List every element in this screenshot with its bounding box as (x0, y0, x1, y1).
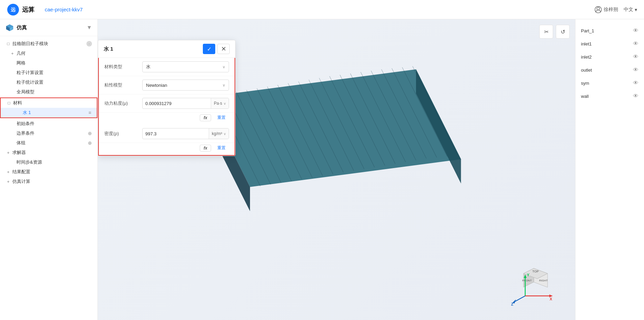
sidebar-item-particle-calc[interactable]: 粒子计算设置 (0, 68, 97, 78)
layer-item-wall[interactable]: wall 👁 (575, 90, 644, 102)
expand-icon[interactable]: □ (6, 100, 12, 106)
eye-icon[interactable]: 👁 (633, 54, 638, 60)
material-panel: 水 1 ✓ ✕ 材料类型 水 ∨ (98, 40, 236, 156)
viscosity-model-value[interactable]: Newtonian ∨ (142, 80, 229, 91)
add-boundary-icon[interactable]: ⊕ (88, 131, 92, 136)
close-button[interactable]: ✕ (217, 44, 230, 54)
topbar: 远 远算 cae-project-kkv7 徐梓朔 中文 ▾ (0, 0, 644, 19)
sidebar-item-material[interactable]: □ 材料 (1, 98, 97, 108)
item-menu-icon[interactable]: ≡ (89, 110, 91, 115)
density-input-group[interactable]: kg/m³ ∨ (142, 128, 229, 139)
sidebar-collapse-button[interactable]: ▼ (86, 24, 92, 31)
sidebar-item-label: 体组 (17, 140, 88, 146)
dynamic-viscosity-unit[interactable]: Pa·s ∨ (211, 98, 229, 109)
project-name[interactable]: cae-project-kkv7 (45, 7, 83, 12)
sidebar-header: 仿真 ▼ (0, 19, 97, 36)
right-panel: Part_1 👁 inlet1 👁 inlet2 👁 outlet 👁 sym … (575, 19, 644, 320)
undo-button[interactable]: ↺ (556, 25, 570, 39)
dynamic-viscosity-label: 动力粘度(μ) (104, 100, 142, 106)
svg-text:远: 远 (11, 7, 16, 12)
eye-icon[interactable]: 👁 (633, 67, 638, 73)
layer-label: Part_1 (581, 28, 594, 33)
expand-icon[interactable]: ＋ (10, 51, 15, 56)
topbar-right: 徐梓朔 中文 ▾ (595, 6, 637, 13)
axis-svg: TOP FRONT RIGHT Y Z X (510, 261, 554, 306)
language-selector[interactable]: 中文 ▾ (624, 7, 637, 13)
sidebar-title-row: 仿真 (6, 23, 27, 32)
unit-text: kg/m³ (212, 131, 222, 136)
user-icon (595, 6, 602, 13)
sidebar-item-label: 材料 (13, 100, 91, 106)
eye-icon[interactable]: 👁 (633, 28, 638, 34)
svg-text:Y: Y (527, 273, 530, 277)
unit-chevron-icon: ∨ (224, 102, 226, 105)
user-info[interactable]: 徐梓朔 (595, 6, 618, 13)
svg-text:Z: Z (511, 302, 513, 306)
sidebar-item-initial-cond[interactable]: 初始条件 (0, 119, 97, 128)
sidebar-item-label: 全局模型 (17, 89, 92, 95)
density-value[interactable]: kg/m³ ∨ (142, 128, 229, 139)
sidebar-item-label: 拉格朗日粒子模块 (12, 41, 84, 47)
layer-item-inlet2[interactable]: inlet2 👁 (575, 51, 644, 63)
expand-icon (10, 60, 15, 66)
expand-icon[interactable]: ＋ (6, 179, 11, 184)
layer-item-outlet[interactable]: outlet 👁 (575, 64, 644, 76)
sidebar: 仿真 ▼ □ 拉格朗日粒子模块 · ＋ 几何 网格 (0, 19, 98, 320)
svg-text:X: X (550, 297, 552, 301)
confirm-button[interactable]: ✓ (203, 44, 215, 54)
confirm-icon: ✓ (207, 46, 211, 52)
expand-icon (10, 131, 15, 136)
dynamic-viscosity-row: 动力粘度(μ) Pa·s ∨ (99, 94, 235, 113)
sidebar-item-mesh[interactable]: 网格 (0, 58, 97, 68)
sidebar-item-label: 初始条件 (17, 121, 92, 127)
layer-item-part1[interactable]: Part_1 👁 (575, 25, 644, 37)
expand-icon[interactable]: ＋ (6, 150, 11, 155)
layer-item-sym[interactable]: sym 👁 (575, 77, 644, 89)
language-label: 中文 (624, 7, 633, 13)
density-input[interactable] (143, 131, 209, 136)
eye-icon[interactable]: 👁 (633, 80, 638, 86)
density-unit[interactable]: kg/m³ ∨ (209, 128, 229, 139)
sidebar-item-body-group[interactable]: 体组 ⊕ (0, 138, 97, 148)
expand-icon[interactable]: □ (6, 41, 11, 47)
dynamic-viscosity-input[interactable] (143, 101, 211, 106)
logo: 远 远算 (7, 3, 34, 16)
sidebar-item-lagrange[interactable]: □ 拉格朗日粒子模块 · (0, 39, 97, 49)
density-row: 密度(ρ) kg/m³ ∨ (99, 125, 235, 143)
cut-icon: ✂ (544, 29, 549, 35)
sidebar-item-time-step[interactable]: 时间步&资源 (0, 157, 97, 167)
sidebar-item-result-config[interactable]: ＋ 结果配置 (0, 167, 97, 177)
add-body-icon[interactable]: ⊕ (88, 140, 92, 146)
sidebar-item-water1[interactable]: 水 1 ≡ (1, 108, 97, 117)
material-type-select[interactable]: 水 ∨ (142, 61, 229, 72)
sidebar-item-particle-stat[interactable]: 粒子统计设置 (0, 78, 97, 87)
material-panel-header: 水 1 ✓ ✕ (98, 40, 235, 58)
dynamic-viscosity-value[interactable]: Pa·s ∨ (142, 98, 229, 109)
reset-button-density[interactable]: 重置 (214, 144, 229, 152)
material-panel-title: 水 1 (104, 46, 113, 52)
layer-label: wall (581, 94, 589, 99)
sidebar-item-boundary-cond[interactable]: 边界条件 ⊕ (0, 128, 97, 138)
reset-button-viscosity[interactable]: 重置 (214, 114, 229, 121)
sidebar-item-label: 时间步&资源 (17, 159, 92, 165)
dynamic-viscosity-input-group[interactable]: Pa·s ∨ (142, 98, 229, 109)
viscosity-model-select[interactable]: Newtonian ∨ (142, 80, 229, 91)
sidebar-item-solver[interactable]: ＋ 求解器 (0, 148, 97, 157)
layer-item-inlet1[interactable]: inlet1 👁 (575, 38, 644, 50)
sidebar-item-geometry[interactable]: ＋ 几何 (0, 49, 97, 58)
eye-icon[interactable]: 👁 (633, 41, 638, 47)
sidebar-item-sim-calc[interactable]: ＋ 仿真计算 (0, 177, 97, 186)
fx-button-density[interactable]: fx (200, 145, 211, 152)
cut-button[interactable]: ✂ (539, 25, 553, 39)
svg-point-2 (597, 7, 600, 10)
fx-button-viscosity[interactable]: fx (200, 114, 211, 121)
main-layout: 仿真 ▼ □ 拉格朗日粒子模块 · ＋ 几何 网格 (0, 19, 644, 320)
material-type-row: 材料类型 水 ∨ (99, 58, 235, 76)
eye-icon[interactable]: 👁 (633, 93, 638, 99)
material-type-value[interactable]: 水 ∨ (142, 61, 229, 72)
expand-icon[interactable]: ＋ (6, 169, 11, 175)
sidebar-title: 仿真 (17, 24, 27, 31)
viscosity-model-text: Newtonian (146, 83, 167, 88)
sidebar-item-global-model[interactable]: 全局模型 (0, 87, 97, 97)
panel-actions: ✓ ✕ (203, 44, 230, 54)
